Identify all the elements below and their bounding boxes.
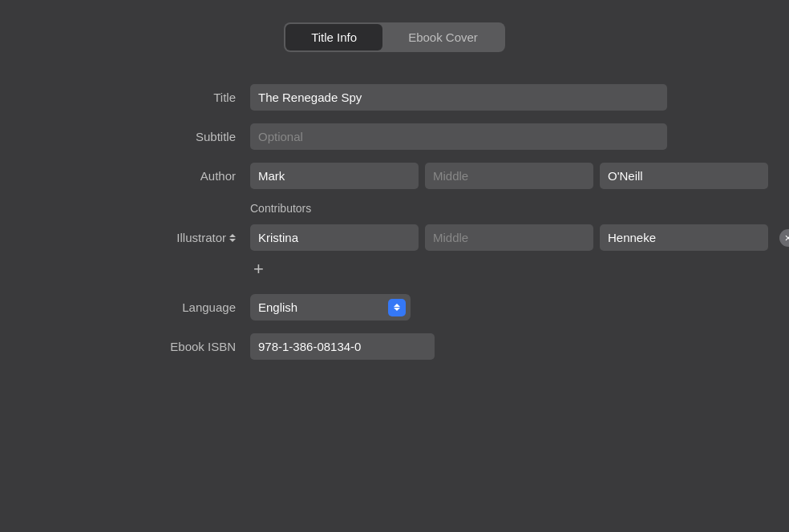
- subtitle-label: Subtitle: [122, 130, 250, 143]
- author-row: Author: [122, 163, 667, 189]
- remove-contributor-button[interactable]: ×: [779, 229, 789, 247]
- add-contributor-button[interactable]: +: [250, 260, 267, 278]
- author-first-input[interactable]: [250, 163, 419, 189]
- language-label: Language: [122, 300, 250, 314]
- subtitle-input[interactable]: [250, 123, 667, 150]
- isbn-input[interactable]: [250, 333, 435, 360]
- tab-ebook-cover[interactable]: Ebook Cover: [382, 24, 504, 50]
- author-fields: [250, 163, 768, 189]
- author-last-input[interactable]: [600, 163, 768, 189]
- language-select[interactable]: English French German Spanish Italian: [250, 294, 411, 320]
- tab-bar: Title Info Ebook Cover: [284, 22, 505, 52]
- form: Title Subtitle Author Contributors Illus…: [122, 84, 667, 373]
- title-row: Title: [122, 84, 667, 111]
- illustrator-label-wrap: Illustrator: [122, 231, 250, 244]
- contributors-heading: Contributors: [250, 202, 311, 215]
- contributors-row: Contributors: [122, 202, 667, 215]
- author-label: Author: [122, 169, 250, 183]
- main-container: Title Info Ebook Cover Title Subtitle Au…: [0, 0, 789, 532]
- illustrator-first-input[interactable]: [250, 224, 419, 251]
- contributor-type-chevron-icon: [229, 234, 236, 242]
- illustrator-fields: ×: [250, 224, 789, 251]
- illustrator-row: Illustrator ×: [122, 224, 667, 251]
- language-select-wrap: English French German Spanish Italian: [250, 294, 411, 320]
- illustrator-last-input[interactable]: [600, 224, 768, 251]
- tab-title-info[interactable]: Title Info: [285, 24, 382, 50]
- isbn-row: Ebook ISBN: [122, 333, 667, 360]
- isbn-label: Ebook ISBN: [122, 340, 250, 353]
- language-row: Language English French German Spanish I…: [122, 294, 667, 320]
- title-label: Title: [122, 91, 250, 104]
- illustrator-label: Illustrator: [176, 231, 226, 244]
- illustrator-middle-input[interactable]: [425, 224, 593, 251]
- author-middle-input[interactable]: [425, 163, 593, 189]
- title-input[interactable]: [250, 84, 667, 111]
- subtitle-row: Subtitle: [122, 123, 667, 150]
- add-contributor-row: +: [122, 260, 667, 278]
- remove-icon: ×: [785, 232, 789, 244]
